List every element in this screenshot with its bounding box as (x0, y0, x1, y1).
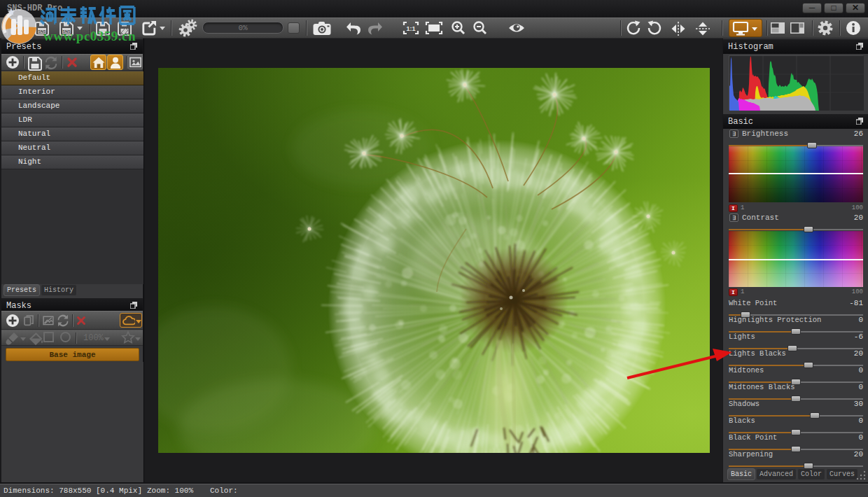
svg-text:1:1: 1:1 (406, 25, 415, 32)
